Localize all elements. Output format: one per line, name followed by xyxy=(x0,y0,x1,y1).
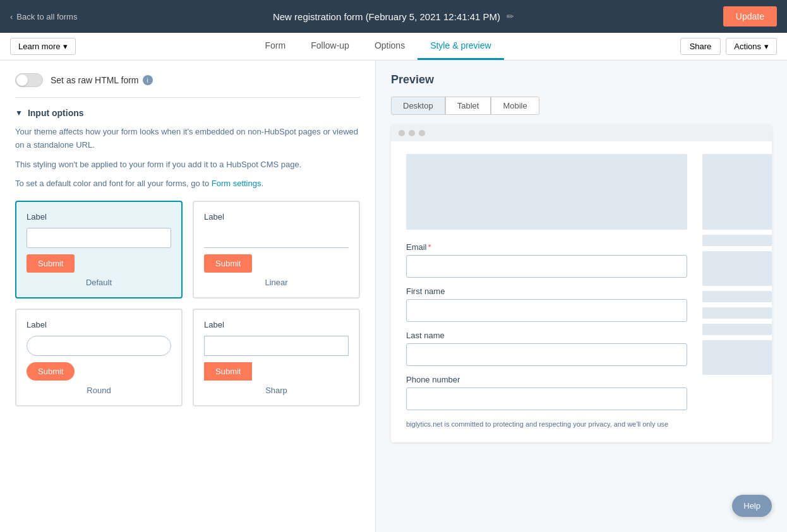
back-label: Back to all forms xyxy=(16,12,77,21)
update-button[interactable]: Update xyxy=(723,6,777,27)
raw-html-label: Set as raw HTML form i xyxy=(51,75,153,85)
theme-linear-name: Linear xyxy=(204,278,349,287)
browser-dot-1 xyxy=(399,130,405,136)
theme-sharp-name: Sharp xyxy=(204,386,349,395)
sidebar-block-7 xyxy=(702,340,772,375)
top-bar-right: Update xyxy=(723,6,777,27)
tab-options[interactable]: Options xyxy=(362,33,418,60)
theme-sharp-submit[interactable]: Submit xyxy=(204,362,252,381)
theme-default-input xyxy=(27,228,171,248)
browser-content: Email * First name xyxy=(391,141,772,442)
browser-mock: Email * First name xyxy=(391,125,772,442)
last-name-input[interactable] xyxy=(406,343,687,366)
sidebar-block-3 xyxy=(702,251,772,286)
theme-linear-label: Label xyxy=(204,212,349,222)
theme-sharp-input xyxy=(204,336,349,356)
raw-html-label-text: Set as raw HTML form xyxy=(51,75,139,85)
section-header: ▼ Input options xyxy=(15,108,360,118)
first-name-label: First name xyxy=(406,287,687,296)
form-settings-link[interactable]: Form settings xyxy=(212,179,261,188)
learn-more-button[interactable]: Learn more ▾ xyxy=(10,38,76,55)
description-3-prefix: To set a default color and font for all … xyxy=(15,179,212,188)
share-button[interactable]: Share xyxy=(680,38,721,55)
chevron-left-icon: ‹ xyxy=(10,12,13,21)
theme-linear-submit[interactable]: Submit xyxy=(204,254,252,273)
left-panel: Set as raw HTML form i ▼ Input options Y… xyxy=(0,61,376,532)
theme-sharp-label: Label xyxy=(204,320,349,329)
privacy-text: biglytics.net is committed to protecting… xyxy=(406,419,687,430)
required-star: * xyxy=(428,242,431,252)
actions-label: Actions xyxy=(734,42,761,51)
theme-card-default[interactable]: Label Submit Default xyxy=(15,201,183,299)
secondary-nav: Learn more ▾ Form Follow-up Options Styl… xyxy=(0,33,787,61)
theme-card-sharp[interactable]: Label Submit Sharp xyxy=(193,309,360,406)
secondary-nav-left: Learn more ▾ xyxy=(10,38,76,55)
secondary-nav-right: Share Actions ▾ xyxy=(680,38,777,55)
top-bar: ‹ Back to all forms New registration for… xyxy=(0,0,787,33)
tab-style-preview[interactable]: Style & preview xyxy=(418,33,503,60)
theme-card-round[interactable]: Label Submit Round xyxy=(15,309,183,406)
email-label: Email * xyxy=(406,242,687,252)
preview-title: Preview xyxy=(391,73,772,86)
phone-label: Phone number xyxy=(406,375,687,384)
sidebar-block-1 xyxy=(702,154,772,230)
preview-tabs: Desktop Tablet Mobile xyxy=(391,97,772,115)
form-field-phone: Phone number xyxy=(406,375,687,410)
preview-tab-desktop[interactable]: Desktop xyxy=(391,97,445,115)
theme-round-label: Label xyxy=(27,320,171,329)
edit-icon[interactable]: ✏ xyxy=(507,11,514,21)
dropdown-chevron-icon: ▾ xyxy=(63,42,68,51)
info-icon[interactable]: i xyxy=(143,75,153,85)
actions-button[interactable]: Actions ▾ xyxy=(726,38,777,55)
browser-dot-2 xyxy=(409,130,415,136)
raw-html-row: Set as raw HTML form i xyxy=(15,73,360,98)
tab-form[interactable]: Form xyxy=(253,33,299,60)
theme-default-submit[interactable]: Submit xyxy=(27,254,75,273)
theme-default-name: Default xyxy=(27,278,171,287)
theme-round-submit[interactable]: Submit xyxy=(27,362,75,381)
help-button[interactable]: Help xyxy=(732,495,772,517)
theme-round-name: Round xyxy=(27,386,171,395)
top-bar-center: New registration form (February 5, 2021 … xyxy=(273,11,514,22)
sidebar-block-5 xyxy=(702,307,772,319)
sidebar-block-4 xyxy=(702,291,772,302)
last-name-label: Last name xyxy=(406,331,687,340)
form-field-last-name: Last name xyxy=(406,331,687,366)
first-name-input[interactable] xyxy=(406,299,687,322)
form-preview-area: Email * First name xyxy=(391,141,702,442)
right-panel: Preview Desktop Tablet Mobile Email xyxy=(376,61,787,532)
preview-tab-mobile[interactable]: Mobile xyxy=(491,97,539,115)
right-sidebar-blocks xyxy=(702,141,772,442)
browser-dot-3 xyxy=(419,130,425,136)
preview-tab-tablet[interactable]: Tablet xyxy=(445,97,491,115)
description-2: This styling won't be applied to your fo… xyxy=(15,158,360,172)
actions-chevron-icon: ▾ xyxy=(764,42,769,51)
phone-input[interactable] xyxy=(406,387,687,410)
theme-round-input xyxy=(27,336,171,356)
theme-default-label: Label xyxy=(27,212,171,222)
sidebar-block-2 xyxy=(702,235,772,246)
tab-follow-up[interactable]: Follow-up xyxy=(298,33,362,60)
back-to-forms-link[interactable]: ‹ Back to all forms xyxy=(10,12,77,21)
section-title: Input options xyxy=(28,108,84,118)
theme-linear-input xyxy=(204,228,349,248)
sidebar-block-6 xyxy=(702,324,772,335)
raw-html-toggle[interactable] xyxy=(15,73,43,87)
form-field-email: Email * xyxy=(406,242,687,278)
preview-banner xyxy=(406,154,687,230)
theme-grid: Label Submit Default Label Submit Linear… xyxy=(15,201,360,406)
nav-tabs: Form Follow-up Options Style & preview xyxy=(253,33,504,60)
page-title: New registration form (February 5, 2021 … xyxy=(273,11,500,22)
form-field-first-name: First name xyxy=(406,287,687,322)
learn-more-label: Learn more xyxy=(18,42,60,51)
description-3: To set a default color and font for all … xyxy=(15,177,360,191)
theme-card-linear[interactable]: Label Submit Linear xyxy=(193,201,360,299)
main-layout: Set as raw HTML form i ▼ Input options Y… xyxy=(0,61,787,532)
top-bar-left: ‹ Back to all forms xyxy=(10,12,77,21)
chevron-down-icon[interactable]: ▼ xyxy=(15,109,23,117)
description-1: Your theme affects how your form looks w… xyxy=(15,126,360,152)
email-input[interactable] xyxy=(406,255,687,278)
browser-bar xyxy=(391,125,772,141)
description-3-suffix: . xyxy=(261,179,263,188)
